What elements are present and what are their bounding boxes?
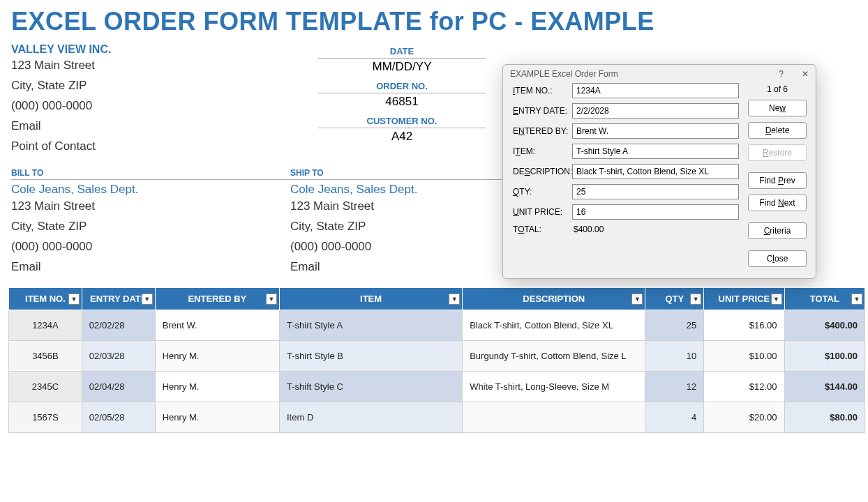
column-header-label: ENTRY DATE: [90, 294, 147, 304]
column-header-label: TOTAL: [810, 294, 839, 304]
new-button[interactable]: New: [748, 100, 807, 116]
column-header[interactable]: ITEM▼: [280, 288, 463, 310]
table-cell[interactable]: Henry M.: [155, 341, 279, 372]
column-header[interactable]: TOTAL▼: [784, 288, 865, 310]
table-cell[interactable]: 2345C: [9, 372, 82, 402]
table-cell[interactable]: T-shirt Style A: [280, 310, 463, 341]
table-row[interactable]: 3456B02/03/28Henry M.T-shirt Style BBurg…: [9, 341, 865, 372]
column-header[interactable]: QTY▼: [645, 288, 704, 310]
bill-city: City, State ZIP: [11, 217, 290, 237]
filter-dropdown-icon[interactable]: ▼: [690, 294, 701, 305]
table-cell[interactable]: Black T-shirt, Cotton Blend, Size XL: [463, 310, 645, 341]
table-cell[interactable]: T-shift Style C: [280, 372, 463, 402]
vendor-city: City, State ZIP: [11, 76, 290, 96]
filter-dropdown-icon[interactable]: ▼: [449, 294, 460, 305]
itemno-field[interactable]: [572, 83, 739, 98]
bill-name: Cole Jeans, Sales Dept.: [11, 180, 290, 197]
column-header[interactable]: ENTERED BY▼: [155, 288, 279, 310]
table-cell[interactable]: Item D: [280, 402, 463, 433]
table-cell[interactable]: Burgundy T-shirt, Cottom Blend, Size L: [463, 341, 645, 372]
table-cell[interactable]: Henry M.: [155, 402, 279, 433]
table-cell[interactable]: 25: [645, 310, 704, 341]
column-header-label: ENTERED BY: [188, 294, 246, 304]
help-icon[interactable]: ?: [779, 69, 784, 79]
table-cell[interactable]: $10.00: [704, 341, 784, 372]
vendor-contact: Point of Contact: [11, 137, 290, 157]
vendor-email: Email: [11, 116, 290, 137]
table-cell[interactable]: $80.00: [784, 402, 865, 433]
table-cell[interactable]: $12.00: [704, 372, 784, 402]
table-cell[interactable]: $16.00: [704, 310, 784, 341]
enteredby-field[interactable]: [572, 123, 739, 139]
table-row[interactable]: 2345C02/04/28Henry M.T-shift Style CWhit…: [9, 372, 865, 402]
table-cell[interactable]: $144.00: [784, 372, 865, 402]
table-cell[interactable]: 02/05/28: [82, 402, 155, 433]
record-count: 1 of 6: [767, 84, 788, 94]
date-label: DATE: [318, 46, 486, 59]
description-label: DESCRIPTION:: [513, 167, 572, 176]
filter-dropdown-icon[interactable]: ▼: [142, 294, 153, 305]
table-cell[interactable]: Henry M.: [155, 372, 279, 402]
qty-label: QTY:: [513, 187, 572, 197]
column-header-label: QTY: [665, 294, 684, 304]
close-button[interactable]: Close: [748, 250, 807, 267]
column-header-label: ITEM: [360, 294, 382, 304]
table-cell[interactable]: White T-shirt, Long-Sleeve, Size M: [463, 372, 645, 402]
bill-street: 123 Main Street: [11, 197, 290, 217]
table-cell[interactable]: 1567S: [9, 402, 82, 433]
orderno-value: 46851: [290, 93, 514, 112]
table-row[interactable]: 1567S02/05/28Henry M.Item D4$20.00$80.00: [9, 402, 865, 433]
column-header[interactable]: ENTRY DATE▼: [82, 288, 155, 310]
vendor-phone: (000) 000-0000: [11, 96, 290, 116]
close-icon[interactable]: ✕: [802, 69, 809, 79]
column-header[interactable]: ITEM NO.▼: [9, 288, 82, 310]
table-cell[interactable]: $400.00: [784, 310, 865, 341]
bill-to-block: BILL TO Cole Jeans, Sales Dept. 123 Main…: [11, 166, 290, 277]
find-prev-button[interactable]: Find Prev: [748, 172, 807, 189]
table-cell[interactable]: 12: [645, 372, 704, 402]
bill-to-label: BILL TO: [11, 168, 290, 180]
filter-dropdown-icon[interactable]: ▼: [771, 294, 782, 305]
table-cell[interactable]: 4: [645, 402, 704, 433]
delete-button[interactable]: Delete: [748, 122, 807, 139]
unitprice-field[interactable]: [572, 204, 739, 220]
total-label: TOTAL:: [513, 225, 572, 234]
itemno-label: ITEM NO.:: [513, 86, 572, 96]
criteria-button[interactable]: Criteria: [748, 222, 807, 239]
table-cell[interactable]: [463, 402, 645, 433]
table-cell[interactable]: 02/03/28: [82, 341, 155, 372]
find-next-button[interactable]: Find Next: [748, 195, 807, 211]
bill-email: Email: [11, 257, 290, 277]
table-cell[interactable]: 02/02/28: [82, 310, 155, 341]
bill-phone: (000) 000-0000: [11, 237, 290, 257]
table-cell[interactable]: 10: [645, 341, 704, 372]
table-cell[interactable]: $20.00: [704, 402, 784, 433]
table-cell[interactable]: $100.00: [784, 341, 865, 372]
date-value: MM/DD/YY: [290, 59, 514, 77]
qty-field[interactable]: [572, 184, 739, 199]
orderno-label: ORDER NO.: [318, 81, 486, 93]
filter-dropdown-icon[interactable]: ▼: [68, 294, 80, 305]
filter-dropdown-icon[interactable]: ▼: [266, 294, 277, 305]
item-field[interactable]: [572, 144, 739, 159]
table-cell[interactable]: 3456B: [9, 341, 82, 372]
table-cell[interactable]: T-shirt Style B: [280, 341, 463, 372]
table-cell[interactable]: 02/04/28: [82, 372, 155, 402]
table-cell[interactable]: 1234A: [9, 310, 82, 341]
column-header[interactable]: UNIT PRICE▼: [704, 288, 784, 310]
column-header[interactable]: DESCRIPTION▼: [463, 288, 645, 310]
vendor-block: VALLEY VIEW INC. 123 Main Street City, S…: [11, 42, 290, 156]
data-form-dialog[interactable]: EXAMPLE Excel Order Form ? ✕ ITEM NO.: E…: [502, 64, 816, 279]
total-value: $400.00: [572, 225, 604, 234]
table-row[interactable]: 1234A02/02/28Brent W.T-shirt Style ABlac…: [9, 310, 865, 341]
dialog-title: EXAMPLE Excel Order Form: [510, 69, 618, 79]
vendor-name: VALLEY VIEW INC.: [11, 42, 290, 56]
filter-dropdown-icon[interactable]: ▼: [631, 294, 643, 305]
entrydate-label: ENTRY DATE:: [513, 106, 572, 116]
table-cell[interactable]: Brent W.: [155, 310, 279, 341]
entrydate-field[interactable]: [572, 103, 739, 119]
description-field[interactable]: [572, 164, 739, 179]
column-header-label: UNIT PRICE: [719, 294, 770, 304]
filter-dropdown-icon[interactable]: ▼: [851, 294, 862, 305]
vendor-street: 123 Main Street: [11, 56, 290, 76]
